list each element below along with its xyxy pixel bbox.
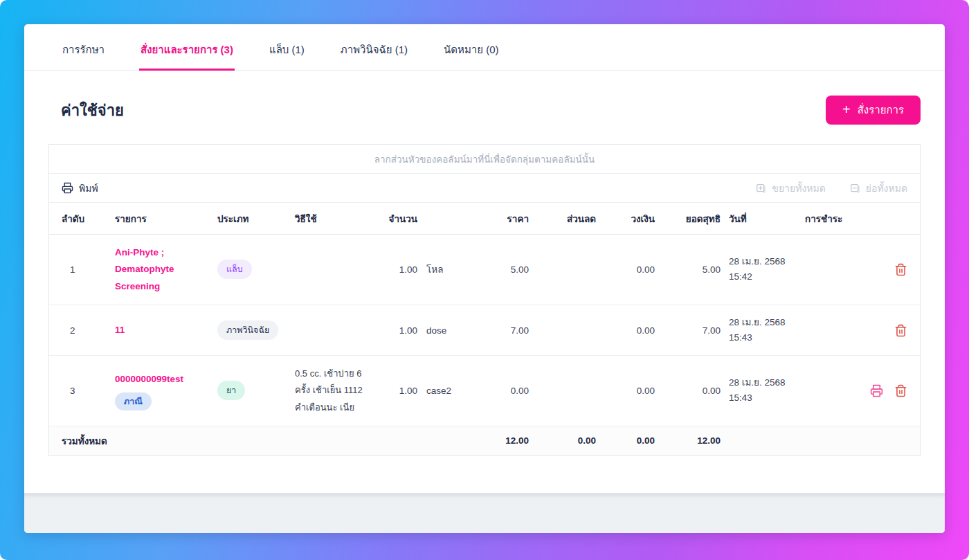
group-by-panel[interactable]: ลากส่วนหัวของคอลัมน์มาที่นี่เพื่อจัดกลุ่… — [49, 145, 920, 174]
collapse-all-button[interactable]: ย่อทั้งหมด — [849, 181, 907, 196]
cell-no: 1 — [62, 264, 115, 275]
cell-net: 5.00 — [655, 264, 721, 275]
expand-all-icon — [755, 183, 766, 194]
date-value: 28 เม.ย. 2568 — [729, 375, 797, 390]
cell-credit: 0.00 — [596, 264, 655, 275]
plus-icon: + — [842, 102, 851, 116]
cell-price: 5.00 — [487, 264, 529, 275]
date-value: 28 เม.ย. 2568 — [729, 315, 797, 330]
cell-unit: dose — [417, 325, 487, 336]
item-name-link[interactable]: 0000000099test — [115, 371, 183, 388]
cell-net: 0.00 — [655, 386, 721, 396]
tab-bar: การรักษา สั่งยาและรายการ (3) แล็บ (1) ภา… — [24, 24, 945, 71]
col-header-type[interactable]: ประเภท — [217, 211, 295, 226]
type-badge: แล็บ — [217, 260, 252, 279]
cell-credit: 0.00 — [596, 386, 655, 396]
cell-no: 2 — [62, 325, 115, 336]
cell-actions — [852, 263, 907, 276]
content-card: การรักษา สั่งยาและรายการ (3) แล็บ (1) ภา… — [24, 24, 945, 533]
tab-label: สั่งยาและรายการ (3) — [141, 44, 233, 55]
expenses-table: ลากส่วนหัวของคอลัมน์มาที่นี่เพื่อจัดกลุ่… — [48, 144, 921, 456]
trash-icon — [894, 263, 907, 276]
total-label: รวมทั้งหมด — [62, 433, 374, 449]
tab[interactable]: ภาพวินิจฉัย (1) — [339, 24, 409, 71]
group-by-hint: ลากส่วนหัวของคอลัมน์มาที่นี่เพื่อจัดกลุ่… — [374, 152, 595, 167]
tab-label: แล็บ (1) — [269, 44, 305, 55]
col-header-no[interactable]: ลำดับ — [62, 211, 115, 226]
owner-badge: ภาณี — [115, 392, 152, 410]
table-header-row: ลำดับ รายการ ประเภท วิธีใช้ จำนวน ราคา ส… — [49, 203, 920, 235]
cell-type: ยา — [217, 381, 295, 400]
cell-qty: 1.00 — [374, 386, 417, 396]
order-item-button-label: สั่งรายการ — [858, 102, 904, 118]
total-credit: 0.00 — [596, 435, 655, 446]
cell-net: 7.00 — [655, 325, 721, 336]
cell-item: Ani-Phyte ; Dematophyte Screening — [115, 244, 217, 295]
col-header-date[interactable]: วันที่ — [721, 211, 797, 226]
table-row: 1 Ani-Phyte ; Dematophyte Screening แล็บ… — [49, 235, 920, 305]
row-delete-button[interactable] — [894, 324, 907, 337]
row-print-button[interactable] — [870, 384, 883, 397]
cell-usage: 0.5 cc. เช้าบ่าย 6 ครั้ง เช้าเย็น 1112 ค… — [295, 365, 374, 415]
page-head: ค่าใช้จ่าย + สั่งรายการ — [48, 96, 921, 125]
order-item-button[interactable]: + สั่งรายการ — [826, 96, 921, 125]
col-header-usage[interactable]: วิธีใช้ — [295, 211, 374, 226]
row-delete-button[interactable] — [894, 384, 907, 397]
tab[interactable]: สั่งยาและรายการ (3) — [139, 24, 235, 71]
cell-item: 0000000099test ภาณี — [115, 371, 217, 410]
collapse-all-icon — [849, 183, 860, 194]
total-discount: 0.00 — [529, 435, 596, 446]
page-title: ค่าใช้จ่าย — [61, 98, 124, 123]
tab-panel-expenses: ค่าใช้จ่าย + สั่งรายการ ลากส่วนหัวของคอล… — [24, 71, 945, 493]
gradient-frame: การรักษา สั่งยาและรายการ (3) แล็บ (1) ภา… — [0, 0, 969, 560]
tab-label: นัดหมาย (0) — [444, 44, 498, 55]
cell-date: 28 เม.ย. 2568 15:43 — [721, 315, 797, 346]
col-header-discount[interactable]: ส่วนลด — [529, 211, 596, 226]
table-footer-row: รวมทั้งหมด 12.00 0.00 0.00 12.00 — [49, 426, 920, 455]
printer-icon — [62, 182, 73, 194]
cell-credit: 0.00 — [596, 325, 655, 336]
tab[interactable]: การรักษา — [61, 24, 106, 71]
type-badge: ยา — [217, 381, 245, 400]
cell-actions — [852, 384, 907, 397]
cell-price: 7.00 — [487, 325, 529, 336]
cell-unit: โหล — [417, 262, 487, 277]
col-header-price[interactable]: ราคา — [487, 211, 529, 226]
cell-price: 0.00 — [487, 386, 529, 396]
card-footer-strip — [24, 493, 945, 533]
total-price: 12.00 — [487, 435, 529, 446]
col-header-payment[interactable]: การชำระ — [797, 211, 852, 226]
item-name-link[interactable]: 11 — [115, 322, 125, 338]
cell-type: แล็บ — [217, 260, 295, 279]
col-header-credit[interactable]: วงเงิน — [596, 211, 655, 226]
time-value: 15:42 — [729, 269, 797, 284]
col-header-qty[interactable]: จำนวน — [374, 211, 417, 226]
tab[interactable]: นัดหมาย (0) — [442, 24, 500, 71]
cell-actions — [852, 324, 907, 337]
tab[interactable]: แล็บ (1) — [268, 24, 306, 71]
collapse-all-label: ย่อทั้งหมด — [866, 181, 907, 196]
time-value: 15:43 — [729, 390, 797, 406]
cell-no: 3 — [62, 386, 115, 396]
col-header-net[interactable]: ยอดสุทธิ — [655, 211, 721, 226]
cell-type: ภาพวินิจฉัย — [217, 320, 295, 340]
print-button-label: พิมพ์ — [79, 181, 98, 196]
expand-all-button[interactable]: ขยายทั้งหมด — [755, 181, 825, 196]
type-badge: ภาพวินิจฉัย — [217, 320, 278, 340]
date-value: 28 เม.ย. 2568 — [729, 254, 797, 269]
col-header-item[interactable]: รายการ — [115, 211, 217, 226]
print-button[interactable]: พิมพ์ — [62, 181, 98, 196]
item-name-link[interactable]: Ani-Phyte ; Dematophyte Screening — [115, 244, 217, 295]
tab-label: ภาพวินิจฉัย (1) — [341, 44, 408, 55]
table-row: 3 0000000099test ภาณี ยา 0.5 cc. เช้าบ่า… — [49, 356, 920, 426]
cell-unit: case2 — [417, 386, 487, 396]
tab-label: การรักษา — [62, 44, 105, 55]
expand-all-label: ขยายทั้งหมด — [772, 181, 825, 196]
total-net: 12.00 — [655, 435, 721, 446]
trash-icon — [894, 384, 907, 397]
row-delete-button[interactable] — [894, 263, 907, 276]
cell-date: 28 เม.ย. 2568 15:42 — [721, 254, 797, 285]
trash-icon — [894, 324, 907, 337]
table-row: 2 11 ภาพวินิจฉัย 1.00 dose 7.00 — [49, 305, 920, 356]
cell-date: 28 เม.ย. 2568 15:43 — [721, 375, 797, 406]
